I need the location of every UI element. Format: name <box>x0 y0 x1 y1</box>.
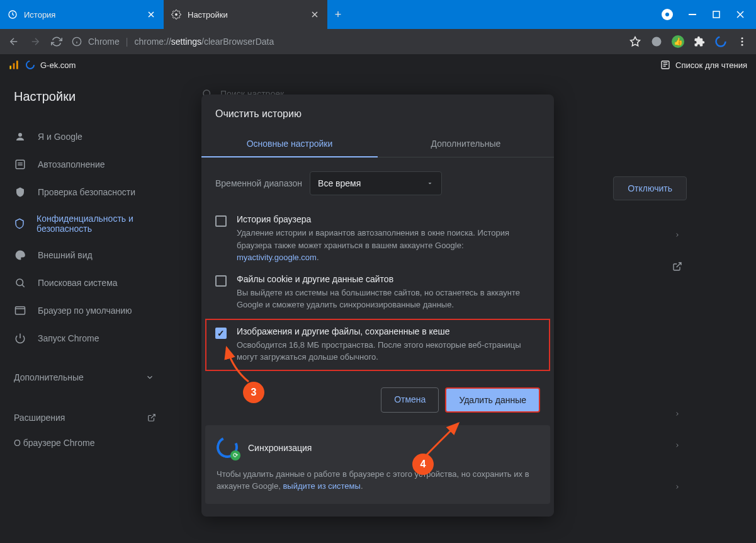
new-tab-button[interactable]: + <box>327 0 349 29</box>
sidebar-label: Я и Google <box>38 132 82 142</box>
check-body: История браузера Удаление истории и вари… <box>237 214 540 264</box>
sidebar-item-default-browser[interactable]: Браузер по умолчанию <box>13 297 183 324</box>
sidebar-item-safety[interactable]: Проверка безопасности <box>13 178 183 206</box>
check-body: Изображения и другие файлы, сохраненные … <box>237 326 534 363</box>
sidebar-extensions[interactable]: Расширения <box>13 405 183 430</box>
extension-icon-1[interactable] <box>650 35 663 48</box>
check-cached-images[interactable]: Изображения и другие файлы, сохраненные … <box>210 326 539 363</box>
close-icon[interactable] <box>146 9 156 20</box>
account-icon[interactable] <box>662 9 673 20</box>
extension-icon-2[interactable]: 👍 <box>672 35 684 48</box>
svg-rect-19 <box>16 307 25 314</box>
bookmark-star-icon[interactable] <box>629 35 641 48</box>
close-icon[interactable] <box>310 9 320 20</box>
svg-point-6 <box>652 37 662 47</box>
maximize-button[interactable] <box>712 10 721 19</box>
clear-data-button[interactable]: Удалить данные <box>445 387 540 413</box>
check-title: Файлы cookie и другие данные сайтов <box>237 274 540 284</box>
sidebar-item-appearance[interactable]: Внешний вид <box>13 241 183 269</box>
reload-button[interactable] <box>50 35 63 48</box>
tab-history[interactable]: История <box>0 0 164 29</box>
sidebar-item-you-and-google[interactable]: Я и Google <box>13 123 183 151</box>
time-range-label: Временной диапазон <box>215 178 302 188</box>
address-bar[interactable]: Chrome | chrome://settings/clearBrowserD… <box>72 37 620 47</box>
time-range-select[interactable]: Все время <box>310 171 442 195</box>
chrome-label: Chrome <box>88 37 120 47</box>
settings-icon <box>171 9 181 20</box>
svg-marker-5 <box>631 37 640 46</box>
sidebar-item-startup[interactable]: Запуск Chrome <box>13 324 183 352</box>
back-button[interactable] <box>8 35 20 48</box>
sign-out-link[interactable]: выйдите из системы <box>283 481 360 491</box>
autofill-icon <box>14 158 26 171</box>
sidebar-about[interactable]: О браузере Chrome <box>13 430 183 455</box>
svg-point-9 <box>742 41 743 43</box>
check-desc: Удаление истории и вариантов автозаполне… <box>237 227 540 264</box>
sidebar-additional[interactable]: Дополнительные <box>13 362 183 392</box>
svg-point-14 <box>26 61 34 69</box>
tab-title: Настройки <box>188 10 228 20</box>
sidebar-label: Дополнительные <box>14 372 84 382</box>
myactivity-link[interactable]: myactivity.google.com <box>237 253 317 262</box>
sidebar-item-search[interactable]: Поисковая система <box>13 269 183 297</box>
svg-rect-2 <box>689 14 696 15</box>
url-text: chrome://settings/clearBrowserData <box>134 37 274 47</box>
svg-point-18 <box>16 279 23 286</box>
svg-rect-13 <box>16 60 18 69</box>
sidebar-label: О браузере Chrome <box>14 438 95 448</box>
bookmark-item-analytics[interactable] <box>9 60 19 70</box>
power-icon <box>14 332 26 345</box>
chevron-right-icon <box>668 404 687 423</box>
close-window-button[interactable] <box>736 10 745 19</box>
check-body: Файлы cookie и другие данные сайтов Вы в… <box>237 274 540 311</box>
person-icon <box>14 130 26 143</box>
chevron-right-icon <box>668 436 687 455</box>
external-link-icon <box>668 257 687 276</box>
window-controls <box>662 0 756 29</box>
history-icon <box>8 9 18 20</box>
sidebar-item-autofill[interactable]: Автозаполнение <box>13 151 183 178</box>
clear-browsing-data-dialog: Очистить историю Основные настройки Допо… <box>201 94 554 517</box>
tab-title: История <box>24 10 55 20</box>
annotation-arrow-3 <box>220 344 258 386</box>
settings-sidebar: Настройки Я и Google Автозаполнение Пров… <box>0 76 183 543</box>
sidebar-label: Поисковая система <box>38 278 118 288</box>
cancel-button[interactable]: Отмена <box>381 387 439 413</box>
tab-basic[interactable]: Основные настройки <box>201 131 378 157</box>
disable-button[interactable]: Отключить <box>613 176 687 200</box>
checkbox[interactable] <box>215 328 227 339</box>
check-title: Изображения и другие файлы, сохраненные … <box>237 326 534 336</box>
site-info-icon[interactable] <box>72 37 82 47</box>
check-cookies[interactable]: Файлы cookie и другие данные сайтов Вы в… <box>201 269 554 316</box>
sync-desc: Чтобы удалить данные о работе в браузере… <box>217 468 539 493</box>
tab-settings[interactable]: Настройки <box>164 0 327 29</box>
sync-icon: ⟳ <box>217 437 239 459</box>
annotation-marker-4: 4 <box>412 454 434 475</box>
menu-icon[interactable] <box>736 35 748 48</box>
svg-point-10 <box>742 44 743 46</box>
bookmark-label: G-ek.com <box>40 60 76 70</box>
minimize-button[interactable] <box>688 10 697 19</box>
profile-icon[interactable] <box>714 35 727 48</box>
sidebar-item-privacy[interactable]: Конфиденциальность и безопасность <box>13 206 183 241</box>
bookmark-item-gek[interactable]: G-ek.com <box>25 60 76 70</box>
reading-list-label: Список для чтения <box>675 60 747 70</box>
sidebar-label: Запуск Chrome <box>38 333 99 343</box>
separator: | <box>126 37 128 47</box>
svg-rect-3 <box>713 11 719 18</box>
svg-point-7 <box>716 37 726 47</box>
svg-rect-11 <box>9 66 11 69</box>
reading-list-button[interactable]: Список для чтения <box>660 60 747 70</box>
dialog-title: Очистить историю <box>201 94 554 131</box>
forward-button[interactable] <box>29 35 42 48</box>
search-icon <box>14 277 26 289</box>
sidebar-label: Браузер по умолчанию <box>38 306 132 316</box>
tab-advanced[interactable]: Дополнительные <box>378 131 554 157</box>
checkbox[interactable] <box>215 215 227 227</box>
extensions-icon[interactable] <box>693 35 706 48</box>
sidebar-title: Настройки <box>13 89 183 104</box>
toolbar-icons: 👍 <box>629 35 748 48</box>
checkbox[interactable] <box>215 275 227 287</box>
dialog-tabs: Основные настройки Дополнительные <box>201 131 554 157</box>
check-browsing-history[interactable]: История браузера Удаление истории и вари… <box>201 209 554 269</box>
